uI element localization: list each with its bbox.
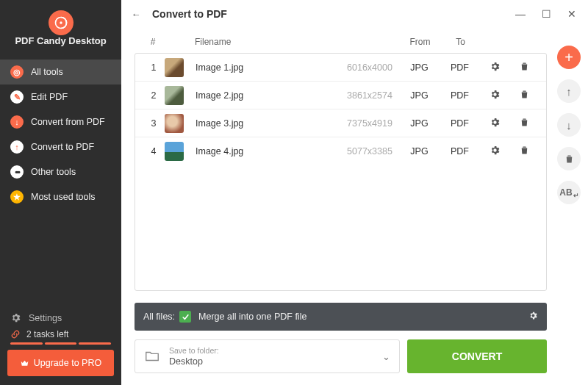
row-num: 4 (143, 146, 165, 156)
thumbnail (165, 58, 184, 77)
file-list: # Filename From To 1Image 1.jpg6016x4000… (135, 31, 547, 291)
table-row[interactable]: 4Image 4.jpg5077x3385JPGPDF (135, 137, 546, 165)
row-dimensions: 7375x4919 (340, 118, 399, 129)
th-from: From (400, 37, 440, 47)
row-from: JPG (399, 62, 440, 73)
row-delete-button[interactable] (509, 61, 539, 74)
row-filename: Image 4.jpg (191, 146, 340, 156)
table-header: # Filename From To (135, 31, 547, 53)
trash-icon (564, 154, 575, 165)
move-up-button[interactable]: ↑ (557, 79, 581, 103)
upgrade-label: Upgrade to PRO (34, 358, 101, 368)
thumbnail (165, 142, 184, 161)
row-delete-button[interactable] (509, 89, 539, 102)
row-to: PDF (440, 62, 480, 73)
merge-bar: All files: Merge all into one PDF file (135, 303, 547, 331)
app-logo (49, 10, 74, 35)
task-bars (0, 342, 121, 350)
sidebar-item-label: Convert from PDF (31, 117, 105, 127)
star-icon: ★ (10, 190, 24, 204)
all-files-label: All files: (143, 312, 175, 322)
row-filename: Image 3.jpg (191, 118, 340, 129)
row-filename: Image 1.jpg (191, 62, 340, 73)
th-to: To (440, 37, 481, 47)
row-to: PDF (440, 146, 480, 156)
row-to: PDF (440, 118, 480, 129)
pencil-icon: ✎ (10, 90, 24, 104)
convert-button[interactable]: CONVERT (407, 339, 547, 373)
crown-icon (20, 359, 29, 368)
tasks-left: 2 tasks left (0, 329, 121, 342)
sidebar-item-label: Most used tools (31, 192, 96, 202)
row-from: JPG (399, 118, 440, 129)
sidebar-item-label: All tools (31, 67, 63, 77)
sidebar-item-convert-to[interactable]: ↑Convert to PDF (0, 134, 121, 159)
add-file-button[interactable]: + (557, 46, 581, 69)
output-folder: Desktop (169, 356, 203, 367)
sidebar-item-most-used[interactable]: ★Most used tools (0, 184, 121, 209)
thumbnail (165, 86, 184, 105)
merge-label: Merge all into one PDF file (198, 312, 306, 322)
th-num: # (142, 37, 164, 47)
output-hint: Save to folder: (169, 346, 219, 356)
arrow-up-icon: ↑ (10, 140, 24, 154)
page-title: Convert to PDF (152, 8, 227, 20)
row-delete-button[interactable] (509, 117, 539, 130)
row-from: JPG (399, 146, 440, 156)
action-rail: + ↑ ↓ AB↵ (557, 46, 581, 204)
row-num: 1 (143, 62, 165, 73)
sidebar-item-edit-pdf[interactable]: ✎Edit PDF (0, 84, 121, 109)
dots-icon: ••• (10, 165, 24, 179)
rename-button[interactable]: AB↵ (557, 181, 581, 204)
row-settings-button[interactable] (480, 117, 509, 130)
settings-label: Settings (29, 313, 62, 323)
link-icon (10, 329, 21, 339)
sidebar-item-label: Other tools (31, 167, 76, 177)
folder-icon (144, 348, 160, 364)
arrow-down-icon: ↓ (10, 115, 24, 129)
sidebar-item-convert-from[interactable]: ↓Convert from PDF (0, 109, 121, 134)
row-delete-button[interactable] (509, 145, 539, 158)
chevron-down-icon[interactable]: ⌄ (382, 351, 390, 362)
merge-checkbox[interactable] (179, 311, 191, 323)
swirl-icon: ◎ (10, 65, 24, 79)
th-filename: Filename (190, 37, 341, 47)
main: ← Convert to PDF — ☐ ✕ # Filename From T… (121, 0, 588, 385)
bottom-bar: Save to folder: Desktop ⌄ CONVERT (135, 339, 547, 373)
table-row[interactable]: 1Image 1.jpg6016x4000JPGPDF (135, 54, 546, 82)
app-name: PDF Candy Desktop (0, 35, 121, 55)
maximize-button[interactable]: ☐ (542, 8, 551, 20)
move-down-button[interactable]: ↓ (557, 113, 581, 137)
titlebar: ← Convert to PDF — ☐ ✕ (121, 0, 588, 28)
sidebar-settings[interactable]: Settings (0, 306, 121, 329)
table-row[interactable]: 3Image 3.jpg7375x4919JPGPDF (135, 109, 546, 137)
merge-settings-button[interactable] (528, 311, 538, 323)
upgrade-button[interactable]: Upgrade to PRO (7, 350, 114, 376)
delete-all-button[interactable] (557, 147, 581, 170)
row-filename: Image 2.jpg (191, 90, 340, 101)
sidebar: PDF Candy Desktop ◎All tools ✎Edit PDF ↓… (0, 0, 121, 385)
sidebar-item-label: Convert to PDF (31, 142, 94, 152)
gear-icon (10, 312, 21, 323)
row-settings-button[interactable] (480, 89, 509, 102)
row-settings-button[interactable] (480, 145, 509, 158)
output-folder-selector[interactable]: Save to folder: Desktop ⌄ (135, 339, 400, 373)
row-from: JPG (399, 90, 440, 101)
sidebar-item-all-tools[interactable]: ◎All tools (0, 60, 121, 84)
row-dimensions: 5077x3385 (340, 146, 399, 156)
back-button[interactable]: ← (127, 9, 145, 20)
table-body: 1Image 1.jpg6016x4000JPGPDF2Image 2.jpg3… (135, 53, 547, 291)
row-to: PDF (440, 90, 480, 101)
logo-wrap: PDF Candy Desktop (0, 0, 121, 60)
row-num: 3 (143, 118, 165, 129)
candy-icon (54, 15, 68, 30)
sidebar-item-label: Edit PDF (31, 92, 68, 102)
row-settings-button[interactable] (480, 61, 509, 74)
minimize-button[interactable]: — (515, 8, 526, 20)
table-row[interactable]: 2Image 2.jpg3861x2574JPGPDF (135, 82, 546, 109)
sidebar-item-other-tools[interactable]: •••Other tools (0, 159, 121, 184)
output-folder-text: Save to folder: Desktop (169, 346, 219, 367)
thumbnail (165, 114, 184, 133)
close-button[interactable]: ✕ (567, 8, 576, 20)
tasks-label: 2 tasks left (26, 329, 68, 339)
